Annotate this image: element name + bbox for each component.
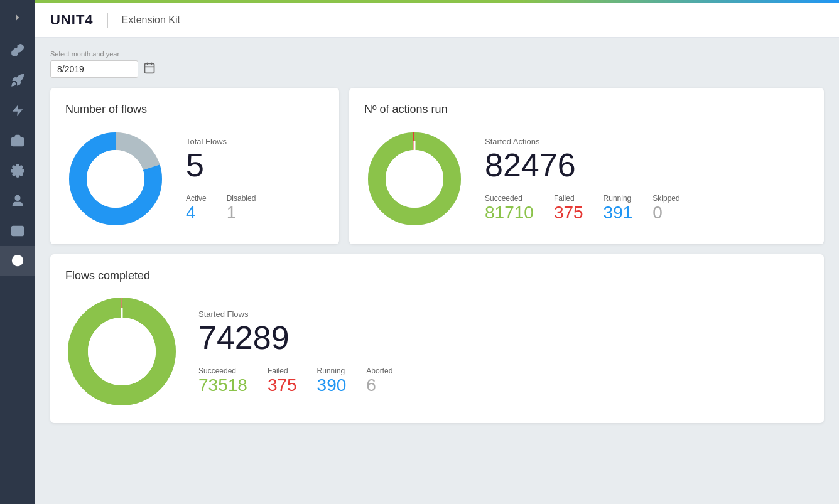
completed-running-value: 390 bbox=[317, 377, 347, 394]
actions-running-value: 391 bbox=[604, 204, 633, 222]
flows-active-stat: Active 4 bbox=[186, 194, 207, 222]
actions-sub-stats: Succeeded 81710 Failed 375 Running 391 bbox=[485, 194, 809, 222]
svg-rect-0 bbox=[12, 137, 23, 146]
sidebar-item-actions[interactable] bbox=[0, 95, 35, 126]
completed-sub-stats: Succeeded 73518 Failed 375 Running 390 bbox=[198, 367, 809, 394]
top-cards-row: Number of flows bbox=[50, 88, 824, 244]
logo: UNIT4 Extension Kit bbox=[50, 12, 180, 28]
card-actions-run: Nº of actions run bbox=[349, 88, 824, 244]
actions-succeeded-value: 81710 bbox=[485, 204, 534, 222]
completed-started-value: 74289 bbox=[198, 321, 809, 354]
svg-point-15 bbox=[87, 150, 144, 208]
card-flows-inner: Total Flows 5 Active 4 Disabled 1 bbox=[65, 129, 324, 229]
completed-failed-label: Failed bbox=[268, 367, 297, 375]
actions-running-label: Running bbox=[604, 194, 633, 203]
svg-point-19 bbox=[386, 150, 443, 208]
actions-stats: Started Actions 82476 Succeeded 81710 Fa… bbox=[485, 137, 809, 222]
card-flows-title: Number of flows bbox=[65, 103, 324, 116]
sidebar-item-workspace[interactable] bbox=[0, 126, 35, 156]
flows-stats: Total Flows 5 Active 4 Disabled 1 bbox=[186, 137, 324, 222]
completed-failed-value: 375 bbox=[268, 377, 297, 394]
logo-subtitle: Extension Kit bbox=[122, 14, 180, 26]
card-completed-title: Flows completed bbox=[65, 269, 809, 282]
actions-started-value: 82476 bbox=[485, 149, 809, 181]
dashboard: Select month and year Number of flows bbox=[35, 38, 839, 504]
actions-failed-label: Failed bbox=[554, 194, 583, 203]
card-actions-title: Nº of actions run bbox=[364, 103, 809, 116]
completed-started-label: Started Flows bbox=[198, 309, 809, 319]
completed-succeeded-label: Succeeded bbox=[198, 367, 247, 375]
completed-succeeded-value: 73518 bbox=[198, 377, 247, 394]
actions-succeeded-label: Succeeded bbox=[485, 194, 534, 203]
completed-running-stat: Running 390 bbox=[317, 367, 347, 394]
card-number-of-flows: Number of flows bbox=[50, 88, 339, 244]
flows-disabled-value: 1 bbox=[227, 204, 256, 222]
sidebar-item-launch[interactable] bbox=[0, 65, 35, 95]
flows-disabled-label: Disabled bbox=[227, 194, 256, 203]
flows-disabled-stat: Disabled 1 bbox=[227, 194, 256, 222]
flows-sub-stats: Active 4 Disabled 1 bbox=[186, 194, 324, 222]
svg-point-3 bbox=[15, 196, 19, 200]
completed-aborted-stat: Aborted 6 bbox=[366, 367, 392, 394]
flows-active-label: Active bbox=[186, 194, 207, 203]
flows-active-value: 4 bbox=[186, 204, 207, 222]
svg-point-24 bbox=[88, 318, 156, 385]
card-flows-completed: Flows completed S bbox=[50, 254, 824, 423]
completed-aborted-value: 6 bbox=[366, 377, 392, 394]
flows-total-label: Total Flows bbox=[186, 137, 324, 146]
svg-rect-8 bbox=[145, 63, 154, 73]
actions-donut bbox=[364, 129, 465, 229]
app-header: UNIT4 Extension Kit bbox=[35, 3, 839, 38]
date-picker-label: Select month and year bbox=[50, 50, 824, 58]
actions-skipped-value: 0 bbox=[652, 204, 679, 222]
sidebar-item-messages[interactable] bbox=[0, 216, 35, 246]
sidebar bbox=[0, 0, 35, 504]
logo-divider bbox=[107, 13, 108, 28]
sidebar-item-user[interactable] bbox=[0, 186, 35, 216]
actions-started-label: Started Actions bbox=[485, 137, 809, 146]
actions-running-stat: Running 391 bbox=[604, 194, 633, 222]
logo-unit4: UNIT4 bbox=[50, 12, 94, 28]
completed-succeeded-stat: Succeeded 73518 bbox=[198, 367, 247, 394]
sidebar-item-links[interactable] bbox=[0, 35, 35, 65]
card-completed-inner: Started Flows 74289 Succeeded 73518 Fail… bbox=[65, 295, 809, 408]
actions-succeeded-stat: Succeeded 81710 bbox=[485, 194, 534, 222]
sidebar-toggle[interactable] bbox=[0, 0, 35, 35]
date-picker-area: Select month and year bbox=[50, 50, 824, 78]
actions-skipped-label: Skipped bbox=[652, 194, 679, 203]
completed-failed-stat: Failed 375 bbox=[268, 367, 297, 394]
completed-running-label: Running bbox=[317, 367, 347, 375]
completed-aborted-label: Aborted bbox=[366, 367, 392, 375]
actions-skipped-stat: Skipped 0 bbox=[652, 194, 679, 222]
flows-donut bbox=[65, 129, 166, 229]
date-input-wrap bbox=[50, 60, 824, 78]
actions-failed-stat: Failed 375 bbox=[554, 194, 583, 222]
calendar-icon[interactable] bbox=[143, 62, 156, 77]
actions-failed-value: 375 bbox=[554, 204, 583, 222]
card-actions-inner: Started Actions 82476 Succeeded 81710 Fa… bbox=[364, 129, 809, 229]
sidebar-item-dashboard[interactable] bbox=[0, 246, 35, 276]
date-input[interactable] bbox=[50, 60, 138, 78]
completed-donut bbox=[65, 295, 178, 408]
sidebar-item-settings[interactable] bbox=[0, 156, 35, 186]
main-content: UNIT4 Extension Kit Select month and yea… bbox=[35, 0, 839, 504]
flows-total-value: 5 bbox=[186, 149, 324, 181]
completed-stats: Started Flows 74289 Succeeded 73518 Fail… bbox=[198, 309, 809, 394]
